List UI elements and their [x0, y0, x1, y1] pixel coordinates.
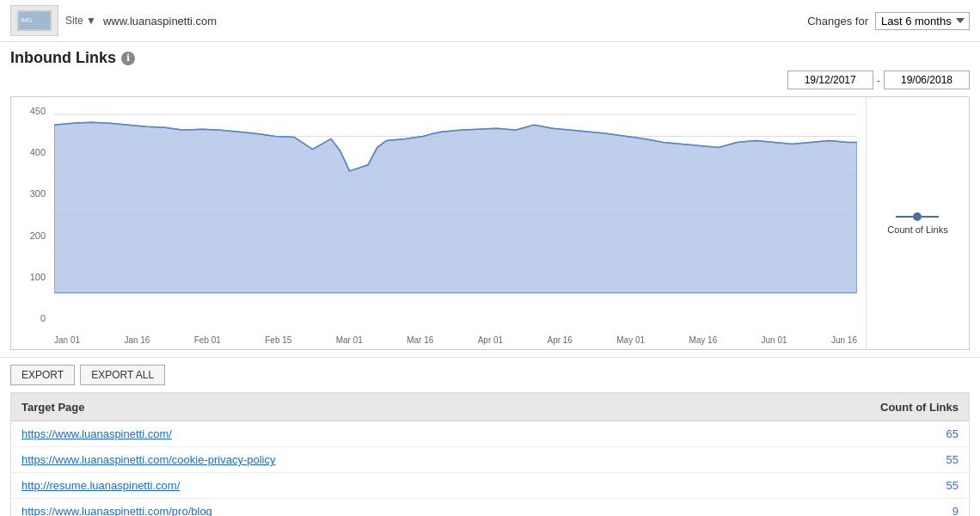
- chart-main: 450 400 300 200 100 0 Jan 01 Jan 16 Fe: [11, 97, 866, 349]
- table-row: https://www.luanaspinetti.com/pro/blog 9: [11, 499, 969, 516]
- link-4[interactable]: https://www.luanaspinetti.com/pro/blog: [21, 505, 212, 516]
- svg-marker-9: [54, 122, 857, 292]
- legend-dash-right: [922, 216, 939, 218]
- site-info: IMG Site ▼ www.luanaspinetti.com: [10, 5, 217, 36]
- x-label-may01: May 01: [616, 335, 645, 345]
- x-label-feb01: Feb 01: [194, 335, 221, 345]
- legend-dash-left: [896, 216, 913, 218]
- y-label-200: 200: [30, 230, 46, 241]
- cell-page-4: https://www.luanaspinetti.com/pro/blog: [21, 505, 855, 516]
- y-label-450: 450: [30, 106, 46, 116]
- cell-count-4: 9: [855, 505, 959, 516]
- top-bar: IMG Site ▼ www.luanaspinetti.com Changes…: [0, 0, 980, 42]
- x-label-jan16: Jan 16: [124, 335, 150, 345]
- x-label-apr01: Apr 01: [478, 335, 503, 345]
- export-bar: EXPORT EXPORT ALL: [0, 357, 980, 392]
- legend-item-links: Count of Links: [887, 212, 947, 235]
- chart-svg: [54, 106, 857, 323]
- changes-label: Changes for: [807, 15, 868, 28]
- table-header: Target Page Count of Links: [11, 394, 969, 421]
- export-all-button[interactable]: EXPORT ALL: [80, 365, 165, 385]
- legend-line: [896, 212, 939, 221]
- x-label-mar01: Mar 01: [336, 335, 363, 345]
- cell-page-1: https://www.luanaspinetti.com/: [21, 427, 855, 440]
- cell-count-2: 55: [855, 453, 959, 466]
- x-label-jun16: Jun 16: [831, 335, 857, 345]
- start-date-input[interactable]: [787, 71, 873, 89]
- info-icon[interactable]: ℹ: [121, 52, 135, 65]
- date-separator: -: [877, 74, 880, 87]
- table-section: Target Page Count of Links https://www.l…: [10, 393, 970, 516]
- x-label-jan01: Jan 01: [54, 335, 80, 345]
- col-header-page: Target Page: [21, 401, 855, 414]
- export-button[interactable]: EXPORT: [10, 365, 75, 385]
- end-date-input[interactable]: [884, 71, 970, 89]
- y-label-300: 300: [30, 188, 46, 199]
- x-label-may16: May 16: [689, 335, 717, 345]
- chart-legend: Count of Links: [866, 97, 969, 349]
- y-label-100: 100: [30, 272, 46, 282]
- site-dropdown[interactable]: Site ▼: [65, 15, 96, 27]
- svg-text:IMG: IMG: [21, 17, 32, 23]
- x-axis-labels: Jan 01 Jan 16 Feb 01 Feb 15 Mar 01 Mar 1…: [54, 335, 857, 345]
- x-label-apr16: Apr 16: [547, 335, 572, 345]
- x-label-mar16: Mar 16: [407, 335, 433, 345]
- cell-count-1: 65: [855, 427, 959, 440]
- y-axis-labels: 450 400 300 200 100 0: [11, 106, 50, 323]
- link-2[interactable]: https://www.luanaspinetti.com/cookie-pri…: [21, 453, 276, 466]
- x-label-feb15: Feb 15: [265, 335, 291, 345]
- table-row: https://www.luanaspinetti.com/ 65: [11, 421, 969, 447]
- cell-page-2: https://www.luanaspinetti.com/cookie-pri…: [21, 453, 855, 466]
- site-url: www.luanaspinetti.com: [103, 15, 217, 28]
- site-label: Site ▼: [65, 15, 96, 27]
- page-header: Inbound Links ℹ: [0, 42, 980, 71]
- col-header-count: Count of Links: [855, 401, 959, 414]
- table-row: https://www.luanaspinetti.com/cookie-pri…: [11, 447, 969, 473]
- y-label-0: 0: [40, 313, 46, 323]
- site-logo: IMG: [10, 5, 58, 36]
- date-range-bar: -: [0, 71, 980, 96]
- page-title: Inbound Links: [10, 49, 116, 67]
- y-label-400: 400: [30, 147, 46, 157]
- changes-select[interactable]: Last 6 months Last 3 months Last month L…: [875, 12, 970, 30]
- legend-label: Count of Links: [887, 224, 947, 235]
- changes-control: Changes for Last 6 months Last 3 months …: [807, 12, 970, 30]
- legend-dot: [913, 212, 922, 221]
- chart-area: 450 400 300 200 100 0 Jan 01 Jan 16 Fe: [10, 96, 970, 350]
- link-1[interactable]: https://www.luanaspinetti.com/: [21, 427, 172, 440]
- cell-page-3: http://resume.luanaspinetti.com/: [21, 479, 855, 492]
- table-row: http://resume.luanaspinetti.com/ 55: [11, 473, 969, 499]
- link-3[interactable]: http://resume.luanaspinetti.com/: [21, 479, 180, 492]
- x-label-jun01: Jun 01: [762, 335, 787, 345]
- cell-count-3: 55: [855, 479, 959, 492]
